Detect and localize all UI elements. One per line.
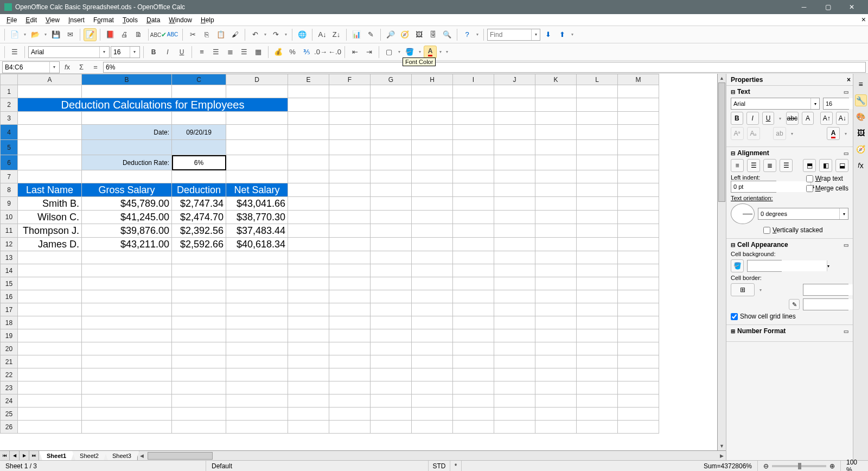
sb-orient-input[interactable] xyxy=(758,208,839,219)
cell-E6[interactable] xyxy=(288,155,329,170)
sb-orient-combo[interactable]: ▾ xyxy=(758,208,848,220)
sb-shrink-font-icon[interactable]: A↓ xyxy=(836,112,848,125)
cell-K26[interactable] xyxy=(535,421,577,434)
cell-D9[interactable]: $43,041.66 xyxy=(226,197,288,211)
cell-G18[interactable] xyxy=(371,316,412,329)
cell-I5[interactable] xyxy=(453,140,494,155)
cell-C8[interactable]: Deduction xyxy=(172,183,226,197)
cell-K17[interactable] xyxy=(535,303,577,316)
cell-J23[interactable] xyxy=(494,381,535,394)
cell-G6[interactable] xyxy=(371,155,412,170)
find-prev-icon[interactable]: ⬆ xyxy=(556,28,569,41)
cell-B13[interactable] xyxy=(82,251,172,264)
cell-E4[interactable] xyxy=(288,125,329,140)
cell-H2[interactable] xyxy=(412,98,453,112)
cell-A17[interactable] xyxy=(18,303,82,316)
cell-F6[interactable] xyxy=(329,155,371,170)
cell-D1[interactable] xyxy=(226,85,288,98)
cell-E19[interactable] xyxy=(288,329,329,342)
cell-A22[interactable] xyxy=(18,368,82,381)
cell-E7[interactable] xyxy=(288,170,329,183)
sb-italic-icon[interactable]: I xyxy=(746,112,759,125)
minimize-button[interactable]: ─ xyxy=(792,0,816,14)
row-header-19[interactable]: 19 xyxy=(1,329,18,342)
cell-C14[interactable] xyxy=(172,264,226,277)
cell-L1[interactable] xyxy=(577,85,618,98)
cell-A18[interactable] xyxy=(18,316,82,329)
cell-F12[interactable] xyxy=(329,238,371,251)
cell-B12[interactable]: $43,211.00 xyxy=(82,238,172,251)
sb-align-left-icon[interactable]: ≡ xyxy=(731,159,744,172)
export-pdf-icon[interactable]: 📕 xyxy=(104,28,117,41)
sb-bold-icon[interactable]: B xyxy=(731,112,743,125)
cell-B11[interactable]: $39,876.00 xyxy=(82,224,172,238)
align-left-icon[interactable]: ≡ xyxy=(195,46,208,59)
cell-H8[interactable] xyxy=(412,183,453,197)
sb-tab-navigator-icon[interactable]: 🧭 xyxy=(855,143,867,155)
cell-G19[interactable] xyxy=(371,329,412,342)
decrease-indent-icon[interactable]: ⇤ xyxy=(348,46,361,59)
cell-L6[interactable] xyxy=(577,155,618,170)
row-header-24[interactable]: 24 xyxy=(1,394,18,408)
cell-M7[interactable] xyxy=(618,170,659,183)
cell-D3[interactable] xyxy=(226,112,288,125)
borders-icon[interactable]: ▢ xyxy=(382,46,395,59)
cell-A25[interactable] xyxy=(18,408,82,421)
cell-G20[interactable] xyxy=(371,342,412,355)
sb-size-combo[interactable]: ▾ xyxy=(823,98,849,110)
chart-icon[interactable]: 📊 xyxy=(350,28,363,41)
row-header-6[interactable]: 6 xyxy=(1,155,18,170)
cell-L9[interactable] xyxy=(577,197,618,211)
sb-border-color-combo[interactable]: ▾ xyxy=(803,298,848,310)
cell-H15[interactable] xyxy=(412,277,453,290)
row-header-9[interactable]: 9 xyxy=(1,197,18,211)
row-header-13[interactable]: 13 xyxy=(1,251,18,264)
menu-help[interactable]: Help xyxy=(196,15,219,25)
sb-font-combo[interactable]: ▾ xyxy=(731,98,820,110)
cell-L11[interactable] xyxy=(577,224,618,238)
cell-D12[interactable]: $40,618.34 xyxy=(226,238,288,251)
cell-E11[interactable] xyxy=(288,224,329,238)
cell-E23[interactable] xyxy=(288,381,329,394)
cell-C26[interactable] xyxy=(172,421,226,434)
cell-F22[interactable] xyxy=(329,368,371,381)
cell-M8[interactable] xyxy=(618,183,659,197)
cell-A5[interactable] xyxy=(18,140,82,155)
cell-K3[interactable] xyxy=(535,112,577,125)
cell-B10[interactable]: $41,245.00 xyxy=(82,211,172,224)
cell-G24[interactable] xyxy=(371,394,412,408)
cell-A3[interactable] xyxy=(18,112,82,125)
cell-I8[interactable] xyxy=(453,183,494,197)
cell-J21[interactable] xyxy=(494,355,535,368)
findbar-overflow[interactable]: ▾ xyxy=(570,28,575,41)
cell-A14[interactable] xyxy=(18,264,82,277)
cell-G8[interactable] xyxy=(371,183,412,197)
cell-K11[interactable] xyxy=(535,224,577,238)
zoom-slider[interactable]: ⊖ ⊕ xyxy=(758,461,841,471)
cell-L15[interactable] xyxy=(577,277,618,290)
cell-A19[interactable] xyxy=(18,329,82,342)
cell-H21[interactable] xyxy=(412,355,453,368)
cell-H24[interactable] xyxy=(412,394,453,408)
col-header-M[interactable]: M xyxy=(618,74,659,85)
sb-orientation-dial[interactable] xyxy=(731,203,755,224)
italic-icon[interactable]: I xyxy=(161,46,174,59)
cell-K1[interactable] xyxy=(535,85,577,98)
cell-H23[interactable] xyxy=(412,381,453,394)
cell-M9[interactable] xyxy=(618,197,659,211)
open-icon[interactable]: 📂 xyxy=(29,28,42,41)
cut-icon[interactable]: ✂ xyxy=(186,28,199,41)
cell-A6[interactable] xyxy=(18,155,82,170)
sb-valign-top-icon[interactable]: ⬒ xyxy=(803,159,816,172)
cell-H4[interactable] xyxy=(412,125,453,140)
copy-icon[interactable]: ⎘ xyxy=(200,28,213,41)
find-box[interactable]: ▾ xyxy=(487,29,540,41)
cell-F23[interactable] xyxy=(329,381,371,394)
cell-I24[interactable] xyxy=(453,394,494,408)
align-justify-icon[interactable]: ☰ xyxy=(238,46,251,59)
cell-A24[interactable] xyxy=(18,394,82,408)
cell-A12[interactable]: James D. xyxy=(18,238,82,251)
function-icon[interactable]: = xyxy=(89,61,102,74)
cell-C9[interactable]: $2,747.34 xyxy=(172,197,226,211)
cell-E21[interactable] xyxy=(288,355,329,368)
